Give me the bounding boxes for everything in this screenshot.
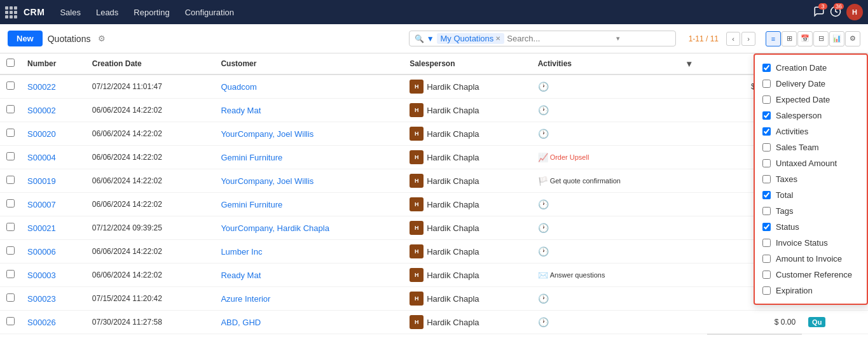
customer-name[interactable]: ABD, GHD [221,318,261,327]
nav-brand[interactable]: CRM [24,7,45,17]
dropdown-item[interactable]: Tags [755,203,867,219]
row-checkbox[interactable] [6,317,15,325]
salesperson-avatar: H [410,80,424,94]
dropdown-item[interactable]: Creation Date [755,60,867,76]
dropdown-item[interactable]: Customer Reference [755,267,867,283]
nav-item-configuration[interactable]: Configuration [179,5,240,20]
quotation-number[interactable]: S00020 [27,129,56,139]
dropdown-checkbox[interactable] [762,159,771,167]
dropdown-checkbox[interactable] [762,143,771,151]
dropdown-item[interactable]: Salesperson [755,108,867,123]
messages-badge: 3 [818,3,827,10]
quotation-number[interactable]: S00026 [27,318,56,327]
filter-funnel-icon[interactable]: ▼ [427,34,434,43]
customer-name[interactable]: Azure Interior [221,294,270,304]
quotation-number[interactable]: S00006 [27,247,56,257]
row-checkbox[interactable] [6,246,15,255]
view-list-button[interactable]: ≡ [766,31,781,46]
dropdown-checkbox[interactable] [762,64,771,72]
dropdown-checkbox[interactable] [762,95,771,104]
quotation-number[interactable]: S00004 [27,153,56,162]
customer-name[interactable]: YourCompany, Joel Willis [221,129,313,139]
quotation-number[interactable]: S00022 [27,82,56,92]
view-kanban-button[interactable]: ⊞ [782,31,797,46]
dropdown-checkbox[interactable] [762,111,771,120]
dropdown-item[interactable]: Sales Team [755,139,867,155]
quotation-number[interactable]: S00002 [27,106,56,115]
dropdown-item[interactable]: Status [755,219,867,235]
view-calendar-button[interactable]: 📅 [797,31,813,46]
col-creation-date[interactable]: Creation Date [86,53,215,74]
dropdown-item[interactable]: Expiration [755,283,867,299]
row-checkbox[interactable] [6,270,15,278]
creation-date: 07/12/2024 09:39:25 [86,216,215,240]
select-all-checkbox[interactable] [6,59,15,67]
row-checkbox[interactable] [6,81,15,90]
dropdown-item[interactable]: Amount to Invoice [755,251,867,267]
dropdown-checkbox[interactable] [762,191,771,199]
row-checkbox[interactable] [6,129,15,137]
settings-gear-icon[interactable]: ⚙ [98,34,106,43]
dropdown-checkbox[interactable] [762,223,771,231]
customer-name[interactable]: Ready Mat [221,106,261,115]
app-grid-icon[interactable] [5,6,17,18]
quotation-number[interactable]: S00003 [27,271,56,280]
nav-item-leads[interactable]: Leads [90,5,125,20]
dropdown-item[interactable]: Taxes [755,171,867,187]
customer-name[interactable]: Ready Mat [221,271,261,280]
next-page-button[interactable]: › [741,32,755,46]
dropdown-checkbox[interactable] [762,239,771,247]
row-checkbox[interactable] [6,105,15,113]
quotation-number[interactable]: S00019 [27,176,56,186]
customer-name[interactable]: Quadcom [221,82,256,92]
filter-tag-remove-icon[interactable]: ✕ [495,35,500,42]
salesperson-cell: H Hardik Chapla [403,193,531,216]
dropdown-item[interactable]: Untaxed Amount [755,155,867,171]
row-checkbox[interactable] [6,152,15,160]
activity-icon[interactable]: 36 [830,6,841,19]
view-settings-button[interactable]: ⚙ [845,31,860,46]
customer-name[interactable]: Lumber Inc [221,247,262,257]
nav-item-reporting[interactable]: Reporting [127,5,176,20]
dropdown-checkbox[interactable] [762,127,771,136]
dropdown-item[interactable]: Expected Date [755,92,867,108]
col-number[interactable]: Number [21,53,86,74]
dropdown-item[interactable]: Invoice Status [755,235,867,251]
dropdown-item[interactable]: Activities [755,123,867,139]
dropdown-checkbox[interactable] [762,175,771,183]
quotation-number[interactable]: S00023 [27,294,56,304]
quotation-number[interactable]: S00021 [27,223,56,233]
nav-item-sales[interactable]: Sales [53,5,87,20]
view-pivot-button[interactable]: ⊟ [813,31,829,46]
dropdown-checkbox[interactable] [762,271,771,279]
view-graph-button[interactable]: 📊 [829,31,844,46]
salesperson-cell: H Hardik Chapla [403,74,531,99]
row-checkbox[interactable] [6,199,15,208]
quotation-number[interactable]: S00007 [27,200,56,209]
row-checkbox[interactable] [6,223,15,231]
col-salesperson[interactable]: Salesperson [403,53,531,74]
dropdown-item[interactable]: Total [755,187,867,203]
filter-tag-my-quotations[interactable]: My Quotations ✕ [437,33,505,44]
customer-name[interactable]: YourCompany, Joel Willis [221,176,313,186]
new-button[interactable]: New [8,31,43,46]
salesperson-cell: H Hardik Chapla [403,169,531,193]
user-avatar[interactable]: H [846,4,863,20]
customer-name[interactable]: Gemini Furniture [221,200,282,209]
customer-name[interactable]: YourCompany, Hardik Chapla [221,223,329,233]
row-checkbox[interactable] [6,176,15,184]
search-dropdown-icon[interactable]: ▾ [616,34,620,43]
col-activities[interactable]: Activities [532,53,680,74]
dropdown-checkbox[interactable] [762,80,771,88]
row-checkbox[interactable] [6,293,15,302]
dropdown-checkbox[interactable] [762,286,771,295]
dropdown-checkbox[interactable] [762,207,771,215]
customer-name[interactable]: Gemini Furniture [221,153,282,162]
search-input[interactable] [507,34,614,43]
prev-page-button[interactable]: ‹ [726,32,740,46]
dropdown-item[interactable]: Delivery Date [755,76,867,92]
messages-icon[interactable]: 3 [813,6,825,19]
col-toggle-activities[interactable]: ▾ [680,53,707,74]
col-customer[interactable]: Customer [214,53,403,74]
dropdown-checkbox[interactable] [762,255,771,263]
